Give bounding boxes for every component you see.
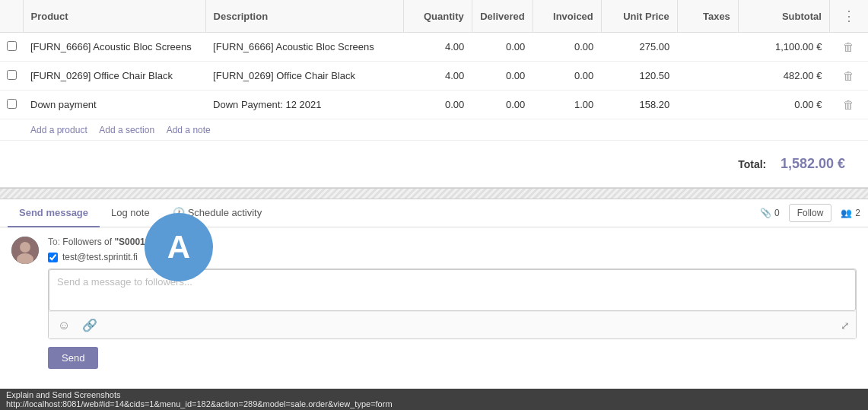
row-delivered-3: 0.00 <box>472 91 533 119</box>
follow-button[interactable]: Follow <box>789 204 832 222</box>
row-delete-3[interactable]: 🗑 <box>829 91 868 119</box>
row-subtotal-3: 0.00 € <box>738 91 829 119</box>
description-header: Description <box>205 0 403 33</box>
product-header: Product <box>23 0 205 33</box>
message-input[interactable]: Send a message to followers... <box>49 269 856 311</box>
attach-icon: 🔗 <box>82 319 97 332</box>
subtotal-header: Subtotal <box>738 0 829 33</box>
row-product-3[interactable]: Down payment <box>23 91 205 119</box>
tab-send-message[interactable]: Send message <box>8 199 100 227</box>
clock-icon: 🕐 <box>173 207 185 218</box>
table-row: [FURN_0269] Office Chair Black [FURN_026… <box>0 62 868 91</box>
row-checkbox-3[interactable] <box>0 91 23 119</box>
row-invoiced-3: 1.00 <box>533 91 601 119</box>
row-invoiced-1: 0.00 <box>533 33 601 62</box>
row-quantity-1[interactable]: 4.00 <box>403 33 472 62</box>
follower-email: test@test.sprintit.fi <box>62 252 138 262</box>
message-toolbar: ☺ 🔗 ⤢ <box>49 311 856 338</box>
row-delete-1[interactable]: 🗑 <box>829 33 868 62</box>
row-delivered-1: 0.00 <box>472 33 533 62</box>
svg-point-1 <box>20 242 30 253</box>
chatter-tabs: Send message Log note 🕐 Schedule activit… <box>0 199 868 227</box>
table-row: Down payment Down Payment: 12 2021 0.00 … <box>0 91 868 119</box>
row-product-2[interactable]: [FURN_0269] Office Chair Black <box>23 62 205 91</box>
row-unitprice-3[interactable]: 158.20 <box>601 91 677 119</box>
row-description-1[interactable]: [FURN_6666] Acoustic Bloc Screens <box>205 33 403 62</box>
row-checkbox-1[interactable] <box>0 33 23 62</box>
row-description-3[interactable]: Down Payment: 12 2021 <box>205 91 403 119</box>
followers-of-text: Followers of <box>62 237 112 247</box>
tab-log-note[interactable]: Log note <box>100 199 161 227</box>
send-button[interactable]: Send <box>48 347 98 369</box>
taxes-header: Taxes <box>677 0 738 33</box>
row-delete-2[interactable]: 🗑 <box>829 62 868 91</box>
row-product-1[interactable]: [FURN_6666] Acoustic Bloc Screens <box>23 33 205 62</box>
quantity-header: Quantity <box>403 0 472 33</box>
paperclip-icon: 📎 <box>760 208 771 218</box>
row-subtotal-2: 482.00 € <box>738 62 829 91</box>
order-lines-table: Product Description Quantity Delivered I… <box>0 0 868 188</box>
chatter-actions: 📎 0 Follow 👥 2 <box>760 204 860 222</box>
delete-row-1-button[interactable]: 🗑 <box>840 39 857 55</box>
attach-button[interactable]: 🔗 <box>79 316 100 334</box>
total-label: Total: <box>738 158 766 170</box>
user-avatar <box>11 237 39 264</box>
to-line: To: Followers of "S00013" <box>48 237 857 247</box>
actions-header: ⋮ <box>829 0 868 33</box>
emoji-icon: ☺ <box>58 319 70 332</box>
row-unitprice-2[interactable]: 120.50 <box>601 62 677 91</box>
row-subtotal-1: 1,100.00 € <box>738 33 829 62</box>
total-row: Total: 1,582.00 € <box>0 141 868 187</box>
row-taxes-3 <box>677 91 738 119</box>
followers-icon: 👥 <box>841 208 852 218</box>
chatter-body: To: Followers of "S00013" test@test.spri… <box>0 227 868 378</box>
row-taxes-1 <box>677 33 738 62</box>
to-checkbox-area: test@test.sprintit.fi <box>48 252 857 262</box>
emoji-button[interactable]: ☺ <box>55 316 73 334</box>
follower-email-checkbox[interactable] <box>48 253 58 262</box>
delete-row-3-button[interactable]: 🗑 <box>840 97 857 113</box>
row-quantity-3[interactable]: 0.00 <box>403 91 472 119</box>
more-options-button[interactable]: ⋮ <box>838 6 860 26</box>
delivered-header: Delivered <box>472 0 533 33</box>
followers-count: 👥 2 <box>841 208 860 218</box>
expand-icon: ⤢ <box>841 319 850 332</box>
table-row: [FURN_6666] Acoustic Bloc Screens [FURN_… <box>0 33 868 62</box>
row-delivered-2: 0.00 <box>472 62 533 91</box>
add-section-link[interactable]: Add a section <box>99 125 154 135</box>
row-description-2[interactable]: [FURN_0269] Office Chair Black <box>205 62 403 91</box>
section-divider <box>0 188 868 199</box>
checkbox-header <box>0 0 23 33</box>
attachments-count: 📎 0 <box>760 208 780 218</box>
row-taxes-2 <box>677 62 738 91</box>
add-note-link[interactable]: Add a note <box>167 125 211 135</box>
row-quantity-2[interactable]: 4.00 <box>403 62 472 91</box>
expand-button[interactable]: ⤢ <box>841 319 850 332</box>
message-compose: To: Followers of "S00013" test@test.spri… <box>11 237 857 369</box>
add-product-link[interactable]: Add a product <box>30 125 87 135</box>
unit-price-header: Unit Price <box>601 0 677 33</box>
row-unitprice-1[interactable]: 275.00 <box>601 33 677 62</box>
delete-row-2-button[interactable]: 🗑 <box>840 68 857 84</box>
toolbar-left: ☺ 🔗 <box>55 316 100 334</box>
message-placeholder: Send a message to followers... <box>57 276 192 288</box>
tab-schedule-activity[interactable]: 🕐 Schedule activity <box>161 199 274 227</box>
record-name: "S00013" <box>114 237 154 247</box>
chatter-section: Send message Log note 🕐 Schedule activit… <box>0 199 868 378</box>
message-input-container: Send a message to followers... ☺ 🔗 <box>48 269 857 339</box>
row-invoiced-2: 0.00 <box>533 62 601 91</box>
add-row: Add a product Add a section Add a note <box>0 119 868 141</box>
to-label: To: <box>48 237 60 247</box>
compose-right: To: Followers of "S00013" test@test.spri… <box>48 237 857 369</box>
row-checkbox-2[interactable] <box>0 62 23 91</box>
total-value: 1,582.00 € <box>781 156 845 171</box>
invoiced-header: Invoiced <box>533 0 601 33</box>
